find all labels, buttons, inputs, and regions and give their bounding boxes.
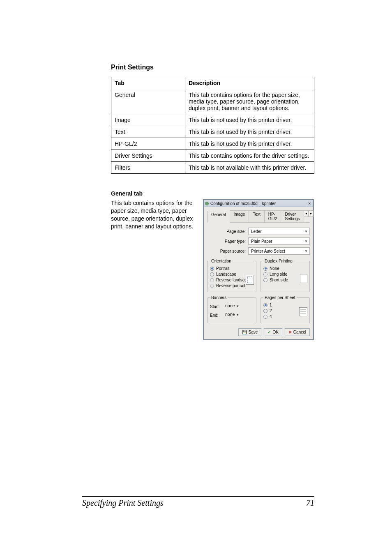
radio-icon <box>263 309 267 313</box>
ok-label: OK <box>272 330 278 334</box>
radio-icon <box>210 284 214 288</box>
tab-text[interactable]: Text <box>249 210 264 222</box>
page-size-value: Letter <box>251 229 262 234</box>
paper-source-value: Printer Auto Select <box>251 249 285 253</box>
radio-icon <box>263 303 267 307</box>
radio-label: None <box>270 266 279 271</box>
tab-hpgl2[interactable]: HP-GL/2 <box>264 210 281 222</box>
tab-general[interactable]: General <box>207 211 230 223</box>
table-row: General This tab contains options for th… <box>111 89 314 114</box>
footer-page-number: 71 <box>306 498 314 508</box>
pages-per-sheet-group: Pages per Sheet 1 2 4 <box>261 295 310 323</box>
page-footer: Specifying Print Settings 71 <box>82 496 314 508</box>
paper-type-value: Plain Paper <box>251 239 272 244</box>
banner-end-value: none <box>225 312 235 317</box>
cell-tab: General <box>111 89 185 114</box>
banner-end-select[interactable]: none ▼ <box>225 312 254 319</box>
chevron-down-icon: ▼ <box>304 240 308 243</box>
check-icon: ✔ <box>267 330 271 334</box>
subsection-title: General tab <box>111 190 314 197</box>
table-row: HP-GL/2 This tab is not used by this pri… <box>111 138 314 150</box>
orientation-legend: Orientation <box>210 259 233 263</box>
print-dialog: Configuration of mc2530dl - kprinter × G… <box>203 199 314 340</box>
paper-source-select[interactable]: Printer Auto Select ▼ <box>248 247 310 255</box>
radio-icon <box>210 278 214 282</box>
table-header-tab: Tab <box>111 77 185 89</box>
dialog-tabs: General Image Text HP-GL/2 Driver Settin… <box>207 210 310 223</box>
radio-label: 2 <box>270 309 272 313</box>
radio-pages-1[interactable]: 1 <box>263 303 307 307</box>
close-icon[interactable]: × <box>307 201 312 206</box>
table-row: Filters This tab is not available with t… <box>111 162 314 174</box>
radio-icon <box>263 272 267 276</box>
window-menu-icon[interactable] <box>205 202 209 205</box>
duplex-preview-icon <box>300 274 307 283</box>
cancel-icon: ✖ <box>288 330 292 334</box>
cancel-label: Cancel <box>293 330 306 334</box>
cell-desc: This tab is not used by this printer dri… <box>185 126 314 138</box>
tabs-scroll-left-icon[interactable]: ◂ <box>304 210 309 217</box>
save-label: Save <box>249 330 258 334</box>
radio-portrait[interactable]: Portrait <box>210 266 254 271</box>
paper-type-select[interactable]: Plain Paper ▼ <box>248 237 310 245</box>
chevron-down-icon: ▼ <box>236 304 239 308</box>
radio-label: 1 <box>270 303 272 307</box>
dialog-titlebar: Configuration of mc2530dl - kprinter × <box>204 200 313 207</box>
radio-label: 4 <box>270 314 272 319</box>
cell-desc: This tab contains options for the paper … <box>185 89 314 114</box>
table-row: Text This tab is not used by this printe… <box>111 126 314 138</box>
ok-button[interactable]: ✔ OK <box>264 328 282 336</box>
footer-title: Specifying Print Settings <box>82 498 164 508</box>
banner-start-select[interactable]: none ▼ <box>225 303 254 310</box>
dialog-title-text: Configuration of mc2530dl - kprinter <box>210 201 276 206</box>
radio-icon <box>210 267 214 271</box>
radio-icon <box>263 267 267 271</box>
radio-label: Landscape <box>216 272 236 276</box>
subsection-text: This tab contains options for the paper … <box>111 199 198 340</box>
radio-icon <box>263 315 267 319</box>
pages-legend: Pages per Sheet <box>263 295 297 300</box>
banners-group: Banners Start: none ▼ End: none <box>207 295 256 323</box>
page-size-select[interactable]: Letter ▼ <box>248 228 310 235</box>
cell-tab: Text <box>111 126 185 138</box>
radio-label: Short side <box>270 278 288 282</box>
pages-preview-icon <box>299 307 307 316</box>
save-button[interactable]: 💾 Save <box>238 328 262 336</box>
tab-driver-settings[interactable]: Driver Settings <box>281 210 304 222</box>
section-title: Print Settings <box>111 64 314 71</box>
banner-end-label: End: <box>210 313 223 318</box>
cell-tab: Image <box>111 114 185 126</box>
duplex-group: Duplex Printing None Long side Short sid… <box>261 259 310 292</box>
chevron-down-icon: ▼ <box>236 313 239 317</box>
radio-icon <box>210 272 214 276</box>
cell-desc: This tab is not used by this printer dri… <box>185 138 314 150</box>
cell-desc: This tab is not used by this printer dri… <box>185 114 314 126</box>
page-size-label: Page size: <box>207 229 248 234</box>
cancel-button[interactable]: ✖ Cancel <box>285 328 310 336</box>
radio-label: Long side <box>270 272 287 276</box>
duplex-legend: Duplex Printing <box>263 259 294 263</box>
radio-icon <box>263 278 267 282</box>
cell-tab: Filters <box>111 162 185 174</box>
chevron-down-icon: ▼ <box>304 249 308 253</box>
radio-label: Portrait <box>216 266 229 271</box>
paper-source-label: Paper source: <box>207 249 248 253</box>
table-row: Driver Settings This tab contains option… <box>111 150 314 162</box>
tab-image[interactable]: Image <box>230 210 249 222</box>
table-header-desc: Description <box>185 77 314 89</box>
save-icon: 💾 <box>242 330 247 334</box>
cell-tab: Driver Settings <box>111 150 185 162</box>
banners-legend: Banners <box>210 295 228 300</box>
radio-label: Reverse portrait <box>216 283 245 288</box>
table-row: Image This tab is not used by this print… <box>111 114 314 126</box>
orientation-preview-icon <box>246 275 254 285</box>
cell-tab: HP-GL/2 <box>111 138 185 150</box>
cell-desc: This tab is not available with this prin… <box>185 162 314 174</box>
paper-type-label: Paper type: <box>207 239 248 244</box>
radio-duplex-none[interactable]: None <box>263 266 307 271</box>
orientation-group: Orientation Portrait Landscape Reverse l… <box>207 259 256 292</box>
banner-start-label: Start: <box>210 304 223 309</box>
tabs-scroll-right-icon[interactable]: ▸ <box>309 210 314 217</box>
print-settings-table: Tab Description General This tab contain… <box>111 77 314 174</box>
chevron-down-icon: ▼ <box>304 230 308 233</box>
